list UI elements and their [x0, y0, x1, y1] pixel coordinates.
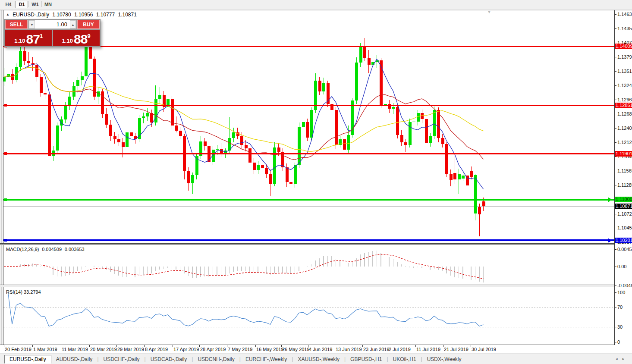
- price-tick-label: 1.13515: [617, 69, 632, 74]
- left-gutter-line: [1, 10, 2, 345]
- candle-up: [433, 110, 436, 137]
- timeframe-button-mn[interactable]: MN: [42, 1, 54, 8]
- price-label-chip: 1.10871: [615, 204, 632, 209]
- date-tick-label: 11 Jul 2019: [416, 347, 440, 352]
- candle-down: [187, 171, 190, 183]
- collapse-panel-icon[interactable]: ▲: [6, 13, 9, 16]
- tab-scroll-arrows[interactable]: ◄►: [615, 357, 629, 361]
- date-tick-mark: [308, 345, 308, 347]
- level-line-left-marker: [4, 152, 7, 155]
- chart-tab-gbpusd-h1[interactable]: GBPUSD-,H1: [346, 355, 387, 364]
- date-tick-mark: [415, 345, 416, 347]
- price-tick-mark: [615, 28, 616, 29]
- date-tick-label: 21 Jul 2019: [444, 347, 468, 352]
- price-axis-border: [614, 10, 615, 345]
- level-line-right-arrow-icon: [608, 198, 612, 202]
- rsi-value: 33.2794: [24, 289, 41, 295]
- chart-tab-ukoil-h1[interactable]: UKOil-,H1: [388, 355, 421, 364]
- chart-tab-usdcad-daily[interactable]: USDCAD-,Daily: [146, 355, 192, 364]
- chart-tab-eurusd-daily[interactable]: EURUSD-,Daily: [4, 355, 51, 364]
- candle-up: [146, 113, 149, 116]
- candle-up: [3, 77, 6, 81]
- candle-up: [191, 175, 194, 183]
- tab-scroll-left-icon[interactable]: ◄: [615, 357, 622, 361]
- chart-tab-eurchf-weekly[interactable]: EURCHF-,Weekly: [241, 355, 292, 364]
- toolbar-separator: [41, 1, 42, 7]
- date-tick-label: 4 Jun 2019: [309, 347, 332, 352]
- candle-down: [248, 148, 252, 163]
- volume-input[interactable]: [35, 21, 70, 28]
- candle-up: [359, 47, 362, 62]
- candle-down: [240, 136, 243, 145]
- candle-down: [482, 201, 485, 207]
- tab-scroll-right-icon[interactable]: ►: [622, 357, 629, 361]
- volume-increase-button[interactable]: ▲: [70, 20, 76, 28]
- date-tick-mark: [144, 345, 145, 347]
- date-tick-label: 13 Jun 2019: [336, 347, 362, 352]
- rsi-line: [8, 292, 484, 326]
- volume-decrease-button[interactable]: ▼: [29, 20, 35, 28]
- date-tick-label: 29 Mar 2019: [117, 347, 144, 352]
- candle-down: [253, 163, 256, 170]
- timeframe-button-w1[interactable]: W1: [29, 1, 41, 8]
- candle-down: [23, 51, 26, 61]
- macd-signal-value: -0.003653: [63, 247, 85, 252]
- candle-up: [474, 175, 477, 213]
- candle-down: [130, 132, 133, 136]
- price-tick-label: 1.10725: [617, 211, 632, 217]
- chart-tab-usdchf-daily[interactable]: USDCHF-,Daily: [99, 355, 145, 364]
- candle-up: [64, 106, 67, 119]
- chart-tab-audusd-daily[interactable]: AUDUSD-,Daily: [51, 355, 97, 364]
- date-tick-mark: [471, 345, 471, 347]
- candle-down: [445, 144, 448, 174]
- rsi-chart[interactable]: [3, 287, 615, 345]
- chart-tab-usdcnh-daily[interactable]: USDCNH-,Daily: [193, 355, 239, 364]
- chart-tab-xauusd-weekly[interactable]: XAUUSD-,Weekly: [293, 355, 344, 364]
- toolbar-separator: [15, 1, 15, 7]
- moving-average-6: [4, 59, 484, 189]
- price-tick-label: 1.13795: [617, 54, 632, 60]
- candle-down: [286, 167, 289, 182]
- buy-price-base: 1.10: [62, 37, 73, 45]
- timeframe-toolbar: H4D1W1MN: [0, 0, 632, 9]
- candle-down: [289, 182, 292, 185]
- candle-up: [347, 135, 350, 150]
- sell-price-big: 87: [26, 33, 40, 45]
- autoscroll-end-marker-icon[interactable]: ▼: [487, 9, 491, 14]
- buy-price-display[interactable]: 1.10 88 9: [53, 30, 100, 46]
- candle-down: [343, 139, 346, 150]
- candle-down: [179, 131, 182, 136]
- candle-up: [142, 116, 145, 118]
- buy-button[interactable]: BUY: [77, 20, 100, 29]
- rsi-panel[interactable]: [3, 287, 615, 345]
- sell-button[interactable]: SELL: [5, 20, 28, 29]
- candle-down: [277, 147, 280, 152]
- date-tick-label: 28 Apr 2019: [200, 347, 226, 352]
- candle-up: [429, 136, 432, 143]
- macd-signal-line: [4, 254, 484, 279]
- macd-panel[interactable]: [3, 245, 615, 285]
- price-tick-mark: [615, 85, 616, 86]
- price-tick-label: 1.12680: [617, 111, 632, 116]
- candle-down: [466, 176, 469, 185]
- candle-up: [81, 76, 84, 80]
- macd-tick-label: 0.004524: [617, 247, 632, 252]
- price-tick-label: 1.11565: [617, 168, 632, 173]
- high-value: 1.10956: [74, 12, 93, 18]
- price-tick-mark: [615, 57, 616, 57]
- candle-up: [302, 122, 305, 127]
- date-tick-mark: [173, 345, 173, 347]
- timeframe-button-h4[interactable]: H4: [3, 1, 14, 8]
- macd-chart[interactable]: [3, 245, 615, 285]
- date-tick-label: 26 May 2019: [282, 347, 310, 352]
- sell-price-display[interactable]: 1.10 87 1: [5, 30, 52, 46]
- date-axis[interactable]: 20 Feb 20191 Mar 201911 Mar 201920 Mar 2…: [0, 345, 632, 353]
- price-tick-mark: [615, 114, 616, 114]
- price-tick-mark: [615, 100, 616, 100]
- sell-price-base: 1.10: [14, 37, 25, 45]
- price-tick-mark: [615, 171, 616, 171]
- chart-tab-usdx-weekly[interactable]: USDX-,Weekly: [422, 355, 466, 364]
- one-click-trade-panel: SELL ▼ ▲ BUY 1.10 87 1 1.10 88 9: [4, 19, 101, 47]
- timeframe-button-d1[interactable]: D1: [16, 1, 28, 8]
- volume-stepper[interactable]: ▼ ▲: [28, 20, 76, 29]
